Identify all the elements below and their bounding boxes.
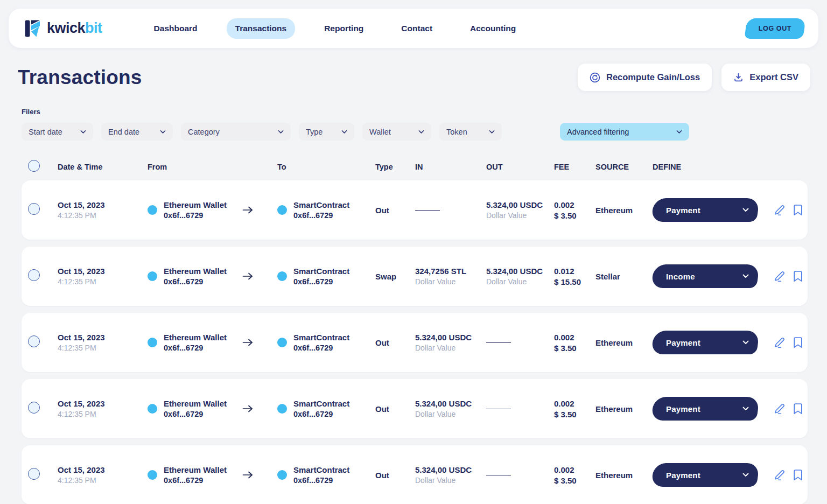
fee-amount: 0.012 <box>554 267 595 276</box>
define-category-dropdown[interactable]: Income <box>653 264 758 288</box>
out-amount-cell <box>486 342 554 343</box>
row-action-icons <box>773 337 803 349</box>
fee-cell: 0.002 $ 3.50 <box>554 200 595 220</box>
advanced-filtering-dropdown[interactable]: Advanced filtering <box>560 123 689 141</box>
bookmark-icon[interactable] <box>793 403 803 415</box>
table-row: Oct 15, 2023 4:12:35 PM Ethereum Wallet … <box>22 180 808 240</box>
in-amount: 324,7256 STL <box>415 267 486 276</box>
source-cell: Ethereum <box>595 206 653 215</box>
bookmark-icon[interactable] <box>793 337 803 348</box>
in-amount: 5.324,00 USDC <box>415 333 486 342</box>
from-wallet-cell: Ethereum Wallet 0x6f...6729 <box>148 333 242 352</box>
filter-token[interactable]: Token <box>439 123 502 141</box>
fee-usd: $ 3.50 <box>554 476 595 485</box>
edit-pencil-icon[interactable] <box>773 204 786 216</box>
export-csv-button[interactable]: Export CSV <box>721 64 810 91</box>
edit-pencil-icon[interactable] <box>773 403 786 415</box>
page-title: Transactions <box>18 66 142 89</box>
row-action-icons <box>773 204 803 216</box>
nav-item-contact[interactable]: Contact <box>393 18 441 39</box>
wallet-token-icon <box>277 404 287 414</box>
wallet-token-icon <box>277 271 287 281</box>
chevron-down-icon <box>742 274 749 278</box>
chevron-down-icon <box>278 130 284 134</box>
define-category-dropdown[interactable]: Payment <box>653 463 758 487</box>
row-select-radio[interactable] <box>28 402 40 414</box>
empty-dash <box>486 342 511 343</box>
bookmark-icon[interactable] <box>793 204 803 216</box>
define-category-label: Payment <box>666 206 700 215</box>
to-wallet-cell: SmartContract 0x6f...6729 <box>277 333 375 352</box>
filter-wallet[interactable]: Wallet <box>362 123 431 141</box>
in-amount: 5.324,00 USDC <box>415 465 486 474</box>
date-text: Oct 15, 2023 <box>58 399 148 408</box>
brand-logo: kwickbit <box>24 19 102 38</box>
filter-type[interactable]: Type <box>299 123 354 141</box>
chevron-down-icon <box>80 130 86 134</box>
bookmark-icon[interactable] <box>793 469 803 481</box>
logout-button[interactable]: LOG OUT <box>746 18 804 39</box>
from-wallet-name: Ethereum Wallet <box>164 267 227 276</box>
in-dollar-value: Dollar Value <box>415 476 486 485</box>
column-header-fee: FEE <box>554 163 595 171</box>
source-cell: Stellar <box>595 272 653 281</box>
edit-pencil-icon[interactable] <box>773 337 786 349</box>
bookmark-icon[interactable] <box>793 270 803 282</box>
date-time-cell: Oct 15, 2023 4:12:35 PM <box>58 200 148 220</box>
time-text: 4:12:35 PM <box>58 476 148 485</box>
chevron-down-icon <box>160 130 166 134</box>
filter-end-date[interactable]: End date <box>101 123 173 141</box>
define-category-dropdown[interactable]: Payment <box>653 331 758 354</box>
row-action-icons <box>773 270 803 283</box>
fee-amount: 0.002 <box>554 333 595 342</box>
chevron-down-icon <box>676 130 682 134</box>
define-cell: Payment <box>653 463 803 487</box>
row-select-radio[interactable] <box>28 203 40 215</box>
column-header-from: From <box>148 163 242 171</box>
date-time-cell: Oct 15, 2023 4:12:35 PM <box>58 399 148 418</box>
date-text: Oct 15, 2023 <box>58 267 148 276</box>
from-wallet-address: 0x6f...6729 <box>164 476 227 485</box>
in-dollar-value: Dollar Value <box>415 410 486 418</box>
row-select-radio[interactable] <box>28 335 40 347</box>
type-cell: Out <box>375 338 415 347</box>
column-header-out: OUT <box>486 163 554 171</box>
row-select-radio[interactable] <box>28 468 40 480</box>
table-header-row: Date & Time From To Type IN OUT FEE SOUR… <box>22 158 808 176</box>
filter-start-date[interactable]: Start date <box>22 123 93 141</box>
time-text: 4:12:35 PM <box>58 410 148 418</box>
nav-item-transactions[interactable]: Transactions <box>227 18 296 39</box>
edit-pencil-icon[interactable] <box>773 270 786 283</box>
from-wallet-cell: Ethereum Wallet 0x6f...6729 <box>148 200 242 220</box>
fee-usd: $ 3.50 <box>554 410 595 419</box>
fee-usd: $ 3.50 <box>554 344 595 353</box>
define-category-dropdown[interactable]: Payment <box>653 198 758 222</box>
chevron-down-icon <box>418 130 424 134</box>
chevron-down-icon <box>489 130 495 134</box>
row-select-radio[interactable] <box>28 269 40 281</box>
fee-cell: 0.002 $ 3.50 <box>554 399 595 419</box>
filter-category[interactable]: Category <box>181 123 291 141</box>
to-wallet-cell: SmartContract 0x6f...6729 <box>277 465 375 485</box>
fee-amount: 0.002 <box>554 465 595 474</box>
out-amount: 5.324,00 USDC <box>486 267 554 276</box>
column-header-date: Date & Time <box>58 163 148 171</box>
wallet-token-icon <box>277 205 287 215</box>
transactions-table: Oct 15, 2023 4:12:35 PM Ethereum Wallet … <box>22 180 808 504</box>
from-wallet-name: Ethereum Wallet <box>164 465 227 474</box>
filter-row: Start date End date Category Type Wallet… <box>22 123 827 141</box>
filter-label: End date <box>108 128 139 136</box>
recompute-gain-loss-button[interactable]: Recompute Gain/Loss <box>578 64 712 91</box>
define-category-dropdown[interactable]: Payment <box>653 397 758 421</box>
nav-item-dashboard[interactable]: Dashboard <box>145 18 206 39</box>
arrow-right-icon <box>242 271 277 281</box>
select-all-radio[interactable] <box>28 160 40 172</box>
nav-item-reporting[interactable]: Reporting <box>316 18 372 39</box>
edit-pencil-icon[interactable] <box>773 469 786 481</box>
from-wallet-address: 0x6f...6729 <box>164 410 227 418</box>
column-header-to: To <box>277 163 375 171</box>
fee-amount: 0.002 <box>554 200 595 209</box>
date-text: Oct 15, 2023 <box>58 333 148 342</box>
nav-item-accounting[interactable]: Accounting <box>461 18 524 39</box>
out-dollar-value: Dollar Value <box>486 277 554 286</box>
